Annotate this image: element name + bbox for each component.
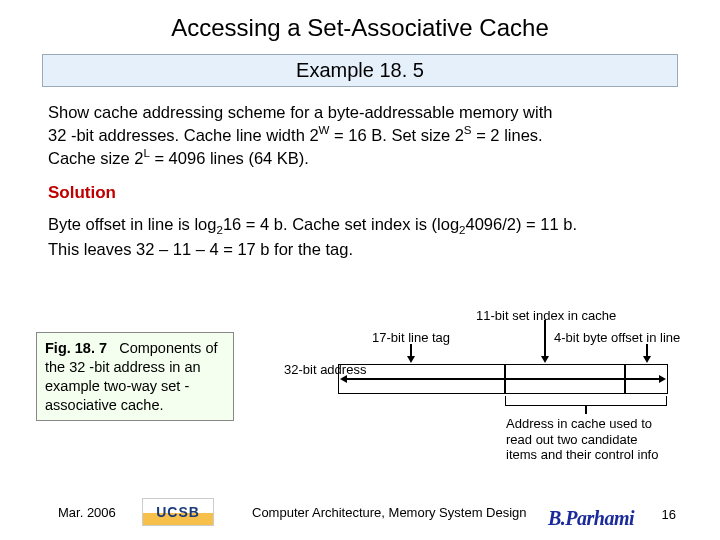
brace-tip — [585, 406, 587, 414]
sup-s: S — [464, 124, 472, 136]
readout-text: Address in cache used to read out two ca… — [506, 416, 706, 463]
solution-line1b: 16 = 4 b. Cache set index is (log — [223, 215, 459, 233]
author-signature: B.Parhami — [548, 507, 634, 530]
figure-caption: Fig. 18. 7 Components of the 32 -bit add… — [36, 332, 234, 421]
problem-line2a: 32 -bit addresses. Cache line width 2 — [48, 126, 319, 144]
page-number: 16 — [662, 507, 676, 522]
addr-32bit-label: 32-bit address — [284, 363, 366, 378]
sup-w: W — [319, 124, 330, 136]
offset-label: 4-bit byte offset in line — [554, 330, 680, 345]
problem-statement: Show cache addressing scheme for a byte-… — [48, 101, 672, 169]
problem-line2b: = 16 B. Set size 2 — [329, 126, 463, 144]
divider-set-offset — [624, 364, 626, 394]
example-heading: Example 18. 5 — [42, 54, 678, 87]
divider-tag-set — [504, 364, 506, 394]
figure-number: Fig. 18. 7 — [45, 340, 107, 356]
set-index-label: 11-bit set index in cache — [476, 308, 616, 323]
slide-title: Accessing a Set-Associative Cache — [0, 14, 720, 42]
problem-line3a: Cache size 2 — [48, 149, 143, 167]
arrow-head-set — [541, 356, 549, 363]
solution-body: Byte offset in line is log216 = 4 b. Cac… — [48, 213, 672, 262]
readout-l3: items and their control info — [506, 447, 658, 462]
problem-line1: Show cache addressing scheme for a byte-… — [48, 103, 552, 121]
footer-date: Mar. 2006 — [58, 505, 138, 520]
address-diagram: 11-bit set index in cache 17-bit line ta… — [276, 318, 696, 458]
width-arrow-right — [659, 375, 666, 383]
problem-line3b: = 4096 lines (64 KB). — [150, 149, 309, 167]
brace-readout — [505, 396, 667, 406]
solution-heading: Solution — [48, 183, 672, 203]
ucsb-logo: UCSB — [142, 498, 214, 526]
solution-line1c: 4096/2) = 11 b. — [466, 215, 577, 233]
solution-line1a: Byte offset in line is log — [48, 215, 216, 233]
readout-l1: Address in cache used to — [506, 416, 652, 431]
tag-label: 17-bit line tag — [372, 330, 450, 345]
arrow-head-offset — [643, 356, 651, 363]
arrow-stem-set — [544, 320, 546, 358]
problem-line2c: = 2 lines. — [472, 126, 543, 144]
arrow-head-tag — [407, 356, 415, 363]
readout-l2: read out two candidate — [506, 432, 638, 447]
footer-center: Computer Architecture, Memory System Des… — [252, 505, 527, 520]
solution-line2: This leaves 32 – 11 – 4 = 17 b for the t… — [48, 240, 353, 258]
